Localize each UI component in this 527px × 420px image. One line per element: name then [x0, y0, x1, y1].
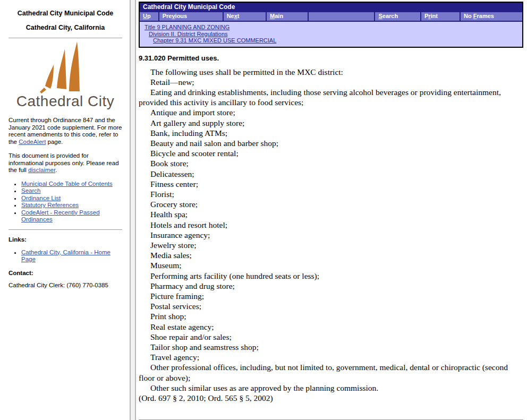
- nav-noframes-button[interactable]: No Frames: [461, 12, 522, 21]
- home-page-link[interactable]: Cathedral City, California - Home Page: [21, 249, 110, 263]
- permitted-use-item: Shoe repair and/or sales;: [139, 332, 523, 342]
- breadcrumb-row: Division II. District Regulations: [140, 31, 522, 38]
- permitted-use-item: Other such similar uses as are approved …: [139, 383, 523, 393]
- permitted-use-item: Health spa;: [139, 209, 523, 219]
- ordinance-note: (Ord. 697 § 2, 2010; Ord. 565 § 5, 2002): [139, 393, 523, 403]
- currency-note-tail: page.: [46, 139, 63, 145]
- sidebar-nav-item: Search: [21, 187, 122, 195]
- permitted-use-item: Pharmacy and drug store;: [139, 281, 523, 291]
- code-header: Cathedral City Municipal Code Up Previou…: [139, 2, 523, 48]
- breadcrumb: Title 9 PLANNING AND ZONINGDivision II. …: [140, 22, 522, 47]
- disclaimer-note-tail: .: [55, 167, 57, 173]
- header-nav-bar: Up Previous Next Main Search Print No Fr…: [140, 12, 522, 22]
- header-title-bar: Cathedral City Municipal Code: [140, 3, 522, 12]
- frame-resize-divider[interactable]: [130, 0, 136, 420]
- logo-wordmark: Cathedral City: [8, 93, 122, 109]
- permitted-use-item: Picture framing;: [139, 291, 523, 301]
- sidebar-nav-item: Statutory References: [21, 202, 122, 209]
- sidebar-nav-link[interactable]: Statutory References: [21, 202, 79, 208]
- permitted-use-item: Other professional offices, including, b…: [139, 362, 523, 382]
- permitted-use-item: Jewelry store;: [139, 240, 523, 250]
- breadcrumb-row: Chapter 9.31 MXC MIXED USE COMMERCIAL: [140, 37, 522, 44]
- sidebar-nav-item: CodeAlert - Recently Passed Ordinances: [21, 209, 122, 224]
- permitted-use-item: Hotels and resort hotel;: [139, 220, 523, 230]
- permitted-use-item: Real estate agency;: [139, 322, 523, 332]
- breadcrumb-link[interactable]: Title 9 PLANNING AND ZONING: [144, 24, 230, 30]
- sidebar-divider-top: [8, 38, 122, 38]
- breadcrumb-link[interactable]: Division II. District Regulations: [149, 31, 228, 37]
- currency-note: Current through Ordinance 847 and the Ja…: [8, 117, 122, 145]
- permitted-use-item: Performing arts facility (one hundred se…: [139, 271, 523, 281]
- permitted-use-item: Postal services;: [139, 301, 523, 311]
- page: Cathedral City Municipal Code Cathedral …: [0, 0, 527, 420]
- codealert-link[interactable]: CodeAlert: [19, 139, 46, 145]
- permitted-use-item: Book store;: [139, 158, 523, 168]
- sidebar-title: Cathedral City Municipal Code: [11, 10, 120, 18]
- permitted-use-item: Print shop;: [139, 311, 523, 321]
- sidebar-nav-list: Municipal Code Table of ContentsSearchOr…: [8, 181, 122, 224]
- disclaimer-note-text: This document is provided for informatio…: [8, 152, 119, 173]
- contact-heading: Contact:: [8, 270, 122, 276]
- permitted-use-item: Retail—new;: [139, 77, 523, 87]
- permitted-use-item: Beauty and nail salon and barber shop;: [139, 138, 523, 148]
- sidebar-divider-bottom: [8, 229, 122, 230]
- permitted-use-item: Florist;: [139, 189, 523, 199]
- nav-up-button[interactable]: Up: [140, 12, 159, 21]
- nav-print-button[interactable]: Print: [421, 12, 461, 21]
- sidebar-nav-link[interactable]: Search: [21, 187, 40, 194]
- disclaimer-link[interactable]: disclaimer: [28, 167, 55, 173]
- links-heading: Links:: [8, 236, 122, 243]
- breadcrumb-link[interactable]: Chapter 9.31 MXC MIXED USE COMMERCIAL: [153, 37, 276, 44]
- sidebar-nav-link[interactable]: CodeAlert - Recently Passed Ordinances: [21, 209, 100, 223]
- nav-previous-button[interactable]: Previous: [159, 12, 224, 21]
- sidebar-nav-item: Ordinance List: [21, 195, 122, 202]
- section-title: 9.31.020 Permitted uses.: [139, 54, 523, 62]
- breadcrumb-row: Title 9 PLANNING AND ZONING: [140, 24, 522, 31]
- nav-main-button[interactable]: Main: [267, 12, 309, 21]
- permitted-use-item: Insurance agency;: [139, 230, 523, 240]
- permitted-use-item: Eating and drinking establishments, incl…: [139, 87, 523, 107]
- sidebar-nav-item: Municipal Code Table of Contents: [21, 181, 122, 188]
- permitted-use-item: Antique and import store;: [139, 107, 523, 117]
- sidebar-frame: Cathedral City Municipal Code Cathedral …: [0, 0, 130, 420]
- nav-next-button[interactable]: Next: [224, 12, 267, 21]
- nav-search-button[interactable]: Search: [375, 12, 421, 21]
- sidebar-nav-link[interactable]: Ordinance List: [21, 195, 61, 201]
- permitted-use-item: Art gallery and supply store;: [139, 118, 523, 128]
- permitted-use-item: Museum;: [139, 260, 523, 270]
- sidebar-subtitle: Cathedral City, California: [11, 24, 120, 32]
- permitted-use-item: Bank, including ATMs;: [139, 128, 523, 138]
- sidebar-nav-link[interactable]: Municipal Code Table of Contents: [21, 181, 113, 187]
- permitted-use-item: Bicycle and scooter rental;: [139, 148, 523, 158]
- contact-phone: Cathedral City Clerk: (760) 770-0385: [8, 282, 122, 288]
- external-link-item: Cathedral City, California - Home Page: [21, 249, 122, 263]
- city-logo: Cathedral City: [8, 40, 122, 109]
- cathedral-spires-icon: [36, 40, 95, 93]
- intro-paragraph: The following uses shall be permitted in…: [139, 67, 523, 77]
- permitted-uses-list: Retail—new;Eating and drinking establish…: [139, 77, 523, 393]
- permitted-use-item: Travel agency;: [139, 352, 523, 362]
- disclaimer-note: This document is provided for informatio…: [8, 152, 122, 174]
- permitted-use-item: Delicatessen;: [139, 169, 523, 179]
- section-body: The following uses shall be permitted in…: [139, 67, 523, 404]
- external-links-list: Cathedral City, California - Home Page: [8, 249, 122, 263]
- main-frame: Cathedral City Municipal Code Up Previou…: [136, 0, 527, 420]
- permitted-use-item: Grocery store;: [139, 199, 523, 209]
- permitted-use-item: Media sales;: [139, 250, 523, 260]
- permitted-use-item: Fitness center;: [139, 179, 523, 189]
- nav-spacer: [309, 12, 375, 21]
- permitted-use-item: Tailor shop and seamstress shop;: [139, 342, 523, 352]
